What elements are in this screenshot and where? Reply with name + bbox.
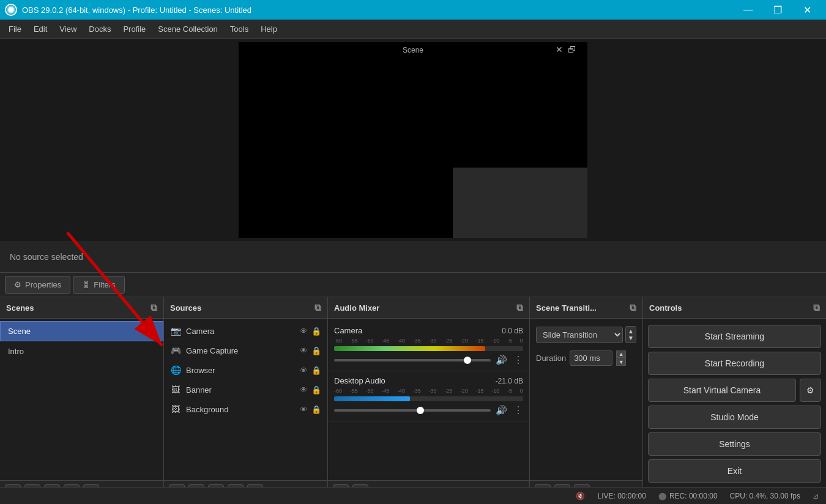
game-capture-lock-icon[interactable]: 🔒 (311, 346, 321, 355)
audio-channel-desktop: Desktop Audio -21.0 dB -60-55-50-45-40-3… (328, 371, 529, 421)
transition-select-row: Slide Transition Cut Fade ▲ ▼ (530, 321, 642, 348)
resize-handle[interactable]: ⊿ (813, 492, 819, 500)
start-recording-button[interactable]: Start Recording (648, 352, 821, 375)
background-visibility-icon[interactable]: 👁 (300, 405, 308, 414)
banner-visibility-icon[interactable]: 👁 (300, 385, 308, 395)
preview-resize-icon[interactable]: 🗗 (568, 45, 576, 54)
transition-select[interactable]: Slide Transition Cut Fade (536, 327, 623, 343)
sources-title: Sources (170, 303, 201, 313)
controls-content: Start Streaming Start Recording Start Vi… (643, 319, 826, 504)
menubar: File Edit View Docks Profile Scene Colle… (0, 20, 826, 39)
filters-button[interactable]: 🎛 Filters (73, 276, 124, 294)
background-lock-icon[interactable]: 🔒 (311, 405, 321, 414)
audio-channel-camera-header: Camera 0.0 dB (334, 326, 523, 335)
desktop-meter-scale: -60-55-50-45-40-35-30-25-20-15-10-50 (334, 388, 523, 394)
scene-item-intro[interactable]: Intro (0, 341, 163, 361)
maximize-button[interactable]: ❐ (764, 0, 792, 20)
scene-item-scene[interactable]: Scene (0, 321, 163, 341)
camera-lock-icon[interactable]: 🔒 (311, 327, 321, 336)
preview-area: Scene ✕ 🗗 (0, 39, 826, 241)
live-label: LIVE: 00:00:00 (597, 492, 646, 500)
titlebar: OBS 29.0.2 (64-bit, windows) - Profile: … (0, 0, 826, 20)
cpu-status: CPU: 0.4%, 30.00 fps (730, 492, 800, 500)
game-capture-visibility-icon[interactable]: 👁 (300, 346, 308, 355)
start-virtual-camera-button[interactable]: Start Virtual Camera (648, 379, 796, 402)
duration-decrease-button[interactable]: ▼ (616, 358, 626, 366)
camera-source-label: Camera (186, 327, 295, 336)
menu-edit[interactable]: Edit (28, 22, 53, 36)
close-button[interactable]: ✕ (793, 0, 821, 20)
exit-button[interactable]: Exit (648, 459, 821, 483)
scene-transition-title: Scene Transiti... (536, 303, 597, 313)
scene-transition-content: Slide Transition Cut Fade ▲ ▼ Duration ▲… (530, 319, 642, 480)
source-item-camera[interactable]: 📷 Camera 👁 🔒 (164, 321, 327, 341)
preview-close-icon[interactable]: ✕ (556, 45, 563, 54)
desktop-mute-button[interactable]: 🔊 (496, 405, 507, 416)
camera-channel-name: Camera (334, 326, 362, 335)
start-streaming-button[interactable]: Start Streaming (648, 325, 821, 348)
source-item-game-capture[interactable]: 🎮 Game Capture 👁 🔒 (164, 341, 327, 360)
camera-mute-button[interactable]: 🔊 (496, 355, 507, 366)
camera-meter-scale: -60-55-50-45-40-35-30-25-20-15-10-50 (334, 338, 523, 344)
desktop-audio-menu-button[interactable]: ⋮ (513, 404, 523, 416)
source-item-banner[interactable]: 🖼 Banner 👁 🔒 (164, 380, 327, 399)
audio-mixer-content: Camera 0.0 dB -60-55-50-45-40-35-30-25-2… (328, 319, 529, 480)
sources-panel: Sources ⧉ 📷 Camera 👁 🔒 🎮 Game Capture 👁 … (164, 297, 328, 504)
browser-visibility-icon[interactable]: 👁 (300, 366, 308, 375)
scenes-panel: Scenes ⧉ Scene Intro + 🗑 □ ↑ ↓ (0, 297, 164, 504)
menu-scene-collection[interactable]: Scene Collection (152, 22, 224, 36)
studio-mode-button[interactable]: Studio Mode (648, 406, 821, 429)
scenes-dock-icon[interactable]: ⧉ (151, 302, 157, 313)
desktop-volume-slider[interactable] (334, 409, 491, 412)
menu-docks[interactable]: Docks (83, 22, 117, 36)
no-network-icon: 🔇 (576, 492, 585, 500)
camera-visibility-icon[interactable]: 👁 (300, 327, 308, 336)
game-capture-source-icon: 🎮 (170, 345, 181, 356)
transition-spin-button[interactable]: ▲ ▼ (625, 326, 636, 343)
preview-canvas: Scene ✕ 🗗 (239, 42, 587, 238)
preview-inner-box (453, 168, 587, 238)
audio-mixer-dock-icon[interactable]: ⧉ (516, 302, 523, 313)
settings-button[interactable]: Settings (648, 432, 821, 456)
controls-header: Controls ⧉ (643, 297, 826, 319)
browser-lock-icon[interactable]: 🔒 (311, 366, 321, 375)
gear-icon: ⚙ (14, 280, 21, 289)
source-item-browser[interactable]: 🌐 Browser 👁 🔒 (164, 360, 327, 380)
duration-label: Duration (536, 354, 566, 363)
camera-audio-menu-button[interactable]: ⋮ (513, 354, 523, 366)
sources-dock-icon[interactable]: ⧉ (314, 302, 321, 313)
camera-volume-slider[interactable] (334, 359, 491, 361)
audio-mixer-title: Audio Mixer (334, 303, 379, 313)
filter-icon: 🎛 (82, 280, 90, 289)
titlebar-left: OBS 29.0.2 (64-bit, windows) - Profile: … (5, 4, 251, 16)
banner-source-controls: 👁 🔒 (300, 385, 321, 395)
duration-increase-button[interactable]: ▲ (616, 350, 626, 358)
controls-dock-icon[interactable]: ⧉ (813, 302, 820, 313)
menu-help[interactable]: Help (255, 22, 283, 36)
properties-label: Properties (25, 280, 61, 289)
minimize-button[interactable]: — (734, 0, 762, 20)
properties-button[interactable]: ⚙ Properties (5, 276, 70, 294)
source-item-background[interactable]: 🖼 Background 👁 🔒 (164, 399, 327, 419)
desktop-channel-controls: 🔊 ⋮ (334, 404, 523, 416)
rec-icon: ⬤ (658, 492, 666, 500)
background-source-label: Background (186, 405, 295, 414)
menu-view[interactable]: View (53, 22, 83, 36)
live-status: LIVE: 00:00:00 (597, 492, 646, 500)
cpu-label: CPU: 0.4%, 30.00 fps (730, 492, 800, 500)
menu-tools[interactable]: Tools (224, 22, 255, 36)
desktop-meter-fill (334, 396, 410, 401)
menu-profile[interactable]: Profile (117, 22, 152, 36)
props-filters-bar: ⚙ Properties 🎛 Filters (0, 273, 826, 297)
banner-lock-icon[interactable]: 🔒 (311, 385, 321, 395)
menu-file[interactable]: File (2, 22, 28, 36)
preview-label: Scene (398, 45, 428, 56)
titlebar-title: OBS 29.0.2 (64-bit, windows) - Profile: … (22, 6, 251, 15)
scenes-list: Scene Intro (0, 319, 163, 480)
scene-transition-dock-icon[interactable]: ⧉ (630, 302, 636, 313)
browser-source-controls: 👁 🔒 (300, 366, 321, 375)
rec-label: REC: 00:00:00 (669, 492, 718, 500)
duration-input[interactable] (570, 350, 612, 366)
desktop-meter-bar (334, 396, 523, 401)
virtual-camera-settings-icon[interactable]: ⚙ (800, 379, 821, 402)
